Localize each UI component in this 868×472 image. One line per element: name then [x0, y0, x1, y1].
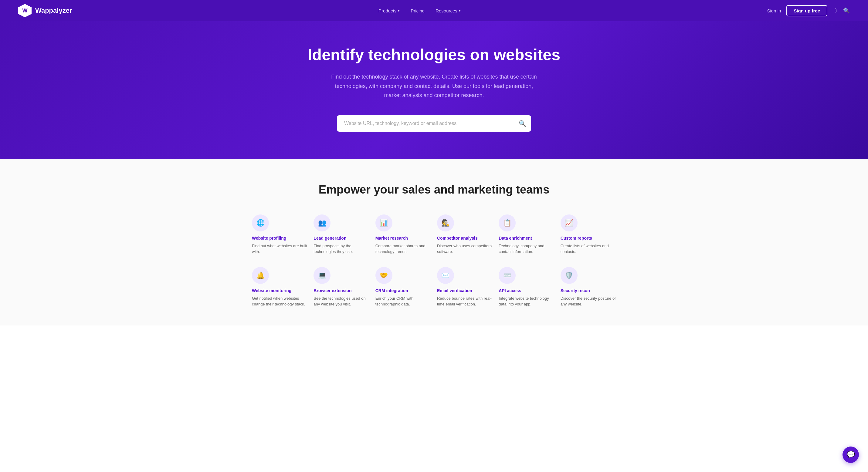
feature-desc: Compare market shares and technology tre…	[375, 243, 431, 255]
feature-icon-wrap: 📊	[375, 215, 393, 231]
features-heading: Empower your sales and marketing teams	[18, 183, 850, 196]
trend-icon: 📈	[565, 219, 573, 227]
logo-icon	[18, 4, 32, 17]
hero-heading: Identify technologies on websites	[6, 45, 862, 64]
api-icon: ⌨️	[503, 272, 512, 279]
feature-icon-wrap: 🌐	[252, 215, 269, 231]
feature-desc: Technology, company and contact informat…	[499, 243, 554, 255]
feature-card: 💻 Browser extension See the technologies…	[313, 267, 369, 307]
navbar-brand: Wappalyzer	[18, 4, 72, 17]
feature-title[interactable]: API access	[499, 288, 554, 293]
feature-icon-wrap: 🤝	[375, 267, 393, 284]
signup-button[interactable]: Sign up free	[786, 5, 827, 17]
feature-desc: Discover who uses competitors' software.	[437, 243, 493, 255]
feature-card: 📈 Custom reports Create lists of website…	[561, 215, 616, 255]
chart-icon: 📊	[380, 219, 388, 227]
products-chevron-icon: ▾	[398, 9, 400, 13]
spy-icon: 🕵️	[441, 219, 450, 227]
search-input[interactable]	[337, 115, 531, 132]
brand-name: Wappalyzer	[35, 7, 72, 14]
feature-title[interactable]: Competitor analysis	[437, 236, 493, 241]
feature-desc: Enrich your CRM with technographic data.	[375, 295, 431, 307]
navbar-actions: Sign in Sign up free ☽ 🔍	[767, 5, 850, 17]
feature-title[interactable]: CRM integration	[375, 288, 431, 293]
features-section: Empower your sales and marketing teams 🌐…	[0, 159, 868, 325]
doc-icon: 📋	[503, 219, 512, 227]
feature-desc: See the technologies used on any website…	[313, 295, 369, 307]
feature-card: 🕵️ Competitor analysis Discover who uses…	[437, 215, 493, 255]
feature-title[interactable]: Market research	[375, 236, 431, 241]
feature-card: 🌐 Website profiling Find out what websit…	[252, 215, 307, 255]
bell-icon: 🔔	[256, 272, 265, 279]
nav-pricing[interactable]: Pricing	[411, 8, 425, 13]
features-grid: 🌐 Website profiling Find out what websit…	[252, 215, 616, 307]
search-toggle[interactable]: 🔍	[843, 7, 850, 14]
feature-desc: Find out what websites are built with.	[252, 243, 307, 255]
feature-title[interactable]: Website monitoring	[252, 288, 307, 293]
browser-icon: 💻	[318, 272, 326, 279]
feature-title[interactable]: Custom reports	[561, 236, 616, 241]
people-icon: 👥	[318, 219, 326, 227]
feature-icon-wrap: 🔔	[252, 267, 269, 284]
feature-card: 🔔 Website monitoring Get notified when w…	[252, 267, 307, 307]
feature-icon-wrap: 📋	[499, 215, 516, 231]
feature-title[interactable]: Website profiling	[252, 236, 307, 241]
feature-icon-wrap: 📈	[561, 215, 578, 231]
feature-title[interactable]: Data enrichment	[499, 236, 554, 241]
shield-icon: 🛡️	[565, 272, 573, 279]
feature-desc: Get notified when websites change their …	[252, 295, 307, 307]
feature-desc: Reduce bounce rates with real-time email…	[437, 295, 493, 307]
hero-section: Identify technologies on websites Find o…	[0, 21, 868, 159]
feature-card: 📋 Data enrichment Technology, company an…	[499, 215, 554, 255]
feature-icon-wrap: 👥	[313, 215, 331, 231]
feature-icon-wrap: ✉️	[437, 267, 454, 284]
navbar: Wappalyzer Products ▾ Pricing Resources …	[0, 0, 868, 21]
search-bar: 🔍	[337, 115, 531, 132]
feature-desc: Find prospects by the technologies they …	[313, 243, 369, 255]
feature-title[interactable]: Browser extension	[313, 288, 369, 293]
feature-icon-wrap: 🕵️	[437, 215, 454, 231]
feature-icon-wrap: 🛡️	[561, 267, 578, 284]
feature-desc: Discover the security posture of any web…	[561, 295, 616, 307]
signin-link[interactable]: Sign in	[767, 8, 781, 13]
nav-products[interactable]: Products ▾	[378, 8, 400, 13]
resources-chevron-icon: ▾	[459, 9, 461, 13]
feature-card: 🤝 CRM integration Enrich your CRM with t…	[375, 267, 431, 307]
email-icon: ✉️	[441, 272, 450, 279]
crm-icon: 🤝	[380, 272, 388, 279]
nav-resources[interactable]: Resources ▾	[436, 8, 461, 13]
feature-card: 🛡️ Security recon Discover the security …	[561, 267, 616, 307]
navbar-nav: Products ▾ Pricing Resources ▾	[378, 8, 461, 13]
feature-icon-wrap: 💻	[313, 267, 331, 284]
feature-title[interactable]: Lead generation	[313, 236, 369, 241]
search-submit-button[interactable]: 🔍	[519, 120, 526, 127]
feature-desc: Create lists of websites and contacts.	[561, 243, 616, 255]
dark-mode-toggle[interactable]: ☽	[833, 7, 838, 14]
feature-card: 📊 Market research Compare market shares …	[375, 215, 431, 255]
feature-title[interactable]: Security recon	[561, 288, 616, 293]
feature-card: 👥 Lead generation Find prospects by the …	[313, 215, 369, 255]
feature-icon-wrap: ⌨️	[499, 267, 516, 284]
feature-desc: Integrate website technology data into y…	[499, 295, 554, 307]
hero-subheading: Find out the technology stack of any web…	[331, 72, 537, 100]
feature-card: ✉️ Email verification Reduce bounce rate…	[437, 267, 493, 307]
feature-title[interactable]: Email verification	[437, 288, 493, 293]
globe-icon: 🌐	[256, 219, 265, 227]
feature-card: ⌨️ API access Integrate website technolo…	[499, 267, 554, 307]
